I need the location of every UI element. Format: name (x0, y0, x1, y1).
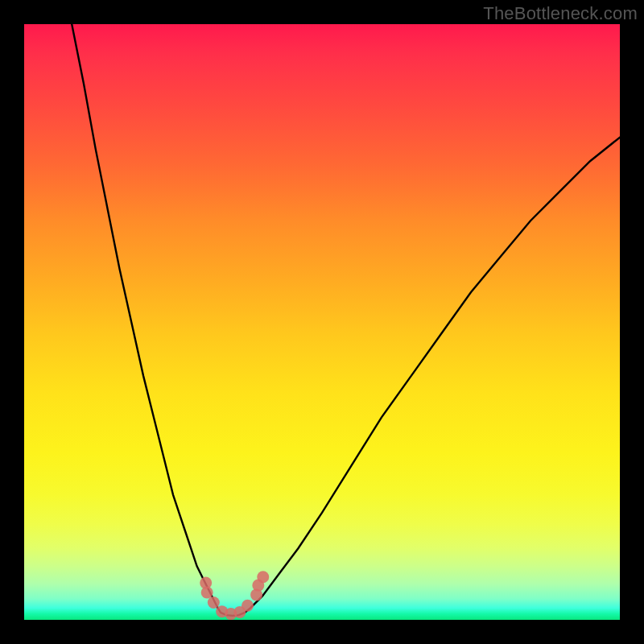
curve-marker (201, 586, 213, 598)
curve-marker (242, 600, 254, 612)
chart-frame: TheBottleneck.com (0, 0, 644, 644)
watermark-text: TheBottleneck.com (483, 3, 638, 24)
curve-marker (257, 571, 269, 583)
bottleneck-curve (24, 24, 620, 620)
bottleneck-line (72, 24, 620, 616)
curve-marker (208, 597, 220, 609)
plot-area (24, 24, 620, 620)
